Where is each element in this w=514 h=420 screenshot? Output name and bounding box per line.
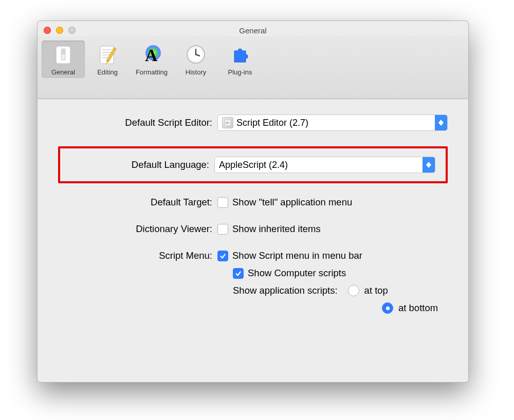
svg-marker-19 (438, 123, 444, 126)
app-scripts-label: Show application scripts: (233, 285, 338, 296)
tab-label: Plug-ins (228, 68, 252, 76)
script-menu-show-label: Show Script menu in menu bar (232, 250, 362, 261)
computer-scripts-label: Show Computer scripts (248, 268, 346, 279)
default-language-highlight: Default Language: AppleScript (2.4) (58, 146, 448, 183)
dictionary-viewer-label: Dictionary Viewer: (58, 223, 217, 235)
tab-label: Formatting (136, 68, 168, 76)
script-menu-label: Script Menu: (58, 250, 217, 261)
dictionary-viewer-row: Dictionary Viewer: Show inherited items (58, 223, 448, 235)
at-bottom-row: at bottom (382, 302, 448, 314)
default-language-popup[interactable]: AppleScript (2.4) (214, 157, 435, 173)
default-editor-value: Script Editor (2.7) (236, 118, 308, 128)
default-language-label: Default Language: (60, 159, 214, 170)
inherited-checkbox[interactable] (217, 224, 228, 235)
default-editor-popup[interactable]: Script Editor (2.7) (217, 114, 448, 131)
script-editor-app-icon (222, 117, 233, 128)
tab-general[interactable]: General (42, 41, 85, 78)
chevron-updown-icon (423, 157, 435, 173)
at-top-label: at top (364, 285, 388, 296)
puzzle-icon (229, 44, 251, 65)
window-title: General (38, 26, 468, 35)
default-editor-label: Default Script Editor: (58, 117, 217, 128)
default-editor-row: Default Script Editor: Script Editor (2.… (58, 114, 448, 131)
switch-icon (52, 44, 74, 65)
svg-point-16 (195, 54, 197, 55)
tab-editing[interactable]: Editing (86, 41, 129, 78)
svg-rect-2 (62, 49, 65, 54)
computer-scripts-checkbox[interactable] (233, 268, 244, 279)
at-bottom-radio[interactable] (382, 302, 393, 314)
preferences-window: General General (37, 21, 469, 383)
chevron-updown-icon (435, 115, 447, 130)
titlebar: General (38, 21, 468, 36)
tab-plugins[interactable]: Plug-ins (218, 41, 262, 78)
app-scripts-row: Show application scripts: at top (233, 285, 448, 296)
tab-label: History (186, 68, 206, 76)
tab-history[interactable]: History (174, 41, 217, 78)
default-language-value: AppleScript (2.4) (219, 160, 288, 170)
default-target-row: Default Target: Show "tell" application … (58, 197, 448, 208)
formatting-a-icon: A (141, 44, 162, 65)
default-target-label: Default Target: (58, 197, 217, 208)
tell-menu-checkbox[interactable] (217, 197, 228, 208)
tab-label: General (51, 68, 75, 76)
script-menu-checkbox[interactable] (217, 251, 228, 261)
pencil-document-icon (97, 44, 118, 65)
inherited-label: Show inherited items (232, 223, 321, 235)
tab-formatting[interactable]: A Formatting (130, 41, 173, 78)
general-pane: Default Script Editor: Script Editor (2.… (38, 99, 468, 324)
clock-icon (185, 44, 207, 65)
computer-scripts-row: Show Computer scripts (233, 268, 448, 279)
tab-label: Editing (97, 68, 118, 76)
at-bottom-label: at bottom (398, 302, 438, 314)
tell-menu-label: Show "tell" application menu (232, 197, 352, 208)
svg-marker-21 (426, 165, 431, 168)
preferences-toolbar: General Editing (38, 36, 468, 99)
at-top-radio[interactable] (348, 285, 359, 296)
svg-text:A: A (145, 46, 158, 65)
script-menu-row: Script Menu: Show Script menu in menu ba… (58, 250, 448, 261)
